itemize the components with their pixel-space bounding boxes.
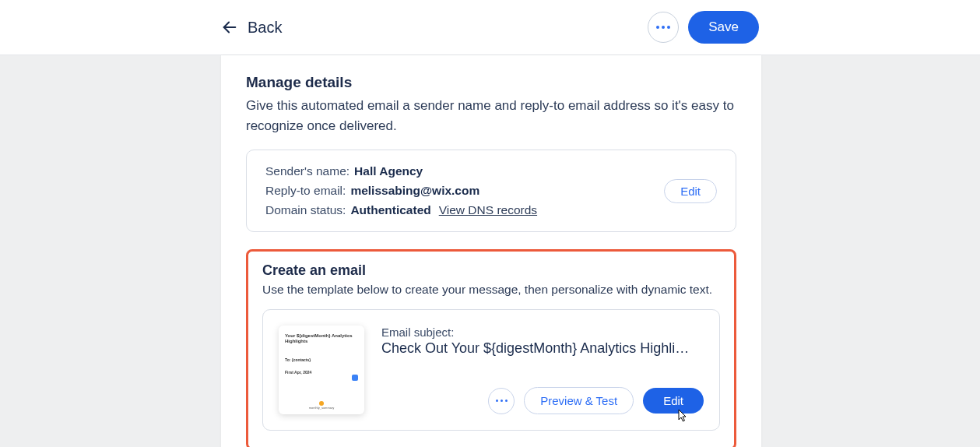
more-actions-button[interactable] [648, 12, 679, 43]
arrow-left-icon [221, 19, 238, 36]
edit-email-button[interactable]: Edit [643, 388, 704, 414]
thumbnail-title: Your ${digestMonth} Analytics Highlights [285, 333, 358, 344]
manage-details-title: Manage details [246, 74, 736, 91]
domain-status-label: Domain status: [265, 203, 346, 217]
email-subject-label: Email subject: [381, 326, 704, 339]
save-button[interactable]: Save [688, 11, 759, 44]
create-email-description: Use the template below to create your me… [262, 280, 720, 298]
more-horizontal-icon [656, 26, 670, 29]
email-thumbnail: Your ${digestMonth} Analytics Highlights… [279, 326, 364, 414]
view-dns-records-link[interactable]: View DNS records [439, 203, 537, 217]
edit-details-button[interactable]: Edit [664, 179, 717, 203]
sender-name-value: Hall Agency [354, 164, 423, 178]
email-info: Email subject: Check Out Your ${digestMo… [381, 326, 704, 414]
manage-details-section: Manage details Give this automated email… [246, 74, 736, 232]
topbar-actions: Save [648, 11, 759, 44]
reply-to-row: Reply-to email: melissabing@wix.com [265, 184, 537, 198]
sender-details-card: Sender's name: Hall Agency Reply-to emai… [246, 150, 736, 232]
main-panel: Manage details Give this automated email… [221, 55, 761, 447]
preview-test-button[interactable]: Preview & Test [524, 387, 634, 414]
manage-details-description: Give this automated email a sender name … [246, 96, 736, 136]
more-horizontal-icon [496, 399, 508, 402]
domain-status-value: Authenticated [350, 203, 430, 217]
reply-to-label: Reply-to email: [265, 184, 346, 198]
back-label: Back [248, 19, 282, 37]
sender-details-rows: Sender's name: Hall Agency Reply-to emai… [265, 164, 537, 217]
top-bar: Back Save [0, 0, 980, 55]
create-email-section: Create an email Use the template below t… [246, 249, 736, 447]
reply-to-value: melissabing@wix.com [350, 184, 479, 198]
email-actions: Preview & Test Edit [381, 387, 704, 414]
back-button[interactable]: Back [221, 19, 282, 37]
sender-name-row: Sender's name: Hall Agency [265, 164, 537, 178]
email-more-button[interactable] [488, 388, 515, 414]
sender-name-label: Sender's name: [265, 164, 349, 178]
email-subject-value: Check Out Your ${digestMonth} Analytics … [381, 340, 704, 357]
create-email-title: Create an email [262, 262, 720, 279]
email-template-card: Your ${digestMonth} Analytics Highlights… [262, 309, 720, 431]
domain-status-row: Domain status: Authenticated View DNS re… [265, 203, 537, 217]
